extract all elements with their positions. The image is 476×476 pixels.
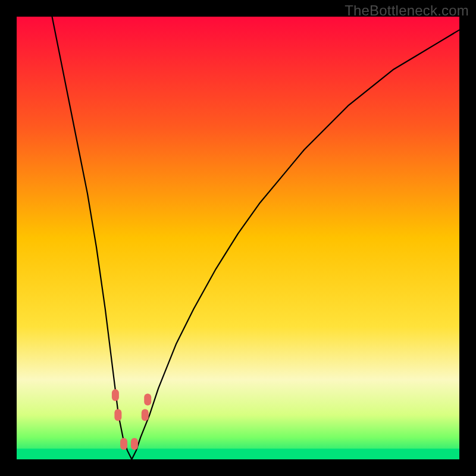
point-min-left (120, 438, 127, 450)
watermark-text: TheBottleneck.com (345, 2, 469, 19)
point-left-lower (114, 409, 121, 421)
chart-frame: TheBottleneck.com (0, 0, 476, 476)
bottleneck-chart (17, 17, 459, 459)
baseline-band (17, 449, 459, 459)
point-right-upper (144, 394, 151, 406)
point-min-right (131, 438, 138, 450)
plot-area (17, 17, 459, 459)
point-left-upper (112, 389, 119, 401)
gradient-background (17, 17, 459, 459)
point-right-lower (142, 409, 149, 421)
